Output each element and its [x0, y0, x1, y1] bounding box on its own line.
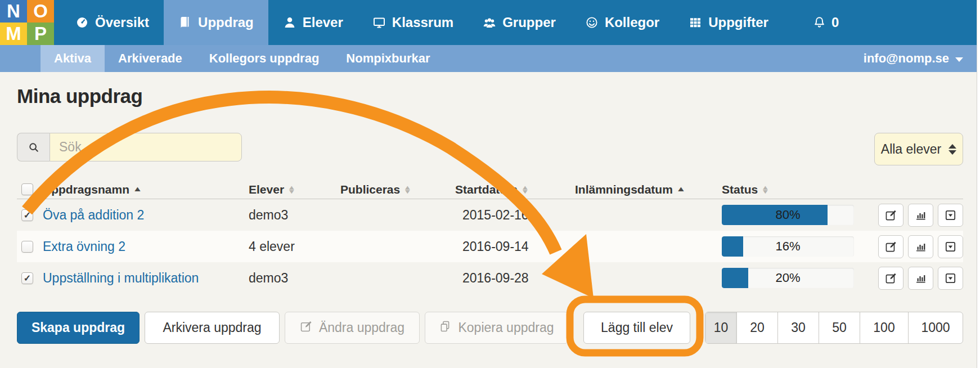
assignment-link[interactable]: Öva på addition 2	[43, 208, 144, 222]
add-student-button[interactable]: Lägg till elev	[583, 312, 690, 344]
student-filter-select[interactable]: Alla elever	[874, 133, 963, 165]
pencil-square-icon	[300, 320, 312, 336]
row-checkbox[interactable]: ✓	[21, 272, 33, 284]
progress-bar: 80%	[722, 205, 854, 225]
row-checkbox[interactable]	[21, 241, 33, 253]
edit-assignment-button[interactable]	[878, 235, 903, 258]
page-size-1000[interactable]: 1000	[909, 312, 963, 343]
select-arrows-icon	[948, 144, 956, 155]
column-header-elever[interactable]: Elever▼▲	[249, 183, 340, 196]
edit-assignment-button[interactable]	[878, 204, 903, 227]
gauge-icon	[75, 16, 89, 29]
sort-icon: ▼▲	[762, 186, 768, 194]
sub-navbar: Aktiva Arkiverade Kollegors uppdrag Nomp…	[0, 45, 980, 72]
start-date-cell: 2015-02-16	[455, 208, 575, 223]
progress-bar: 20%	[722, 268, 854, 288]
column-header-inlamningsdatum[interactable]: Inlämningsdatum▲	[575, 183, 722, 196]
nav-item-elever[interactable]: Elever	[268, 0, 358, 45]
search-input[interactable]	[50, 133, 242, 161]
person-icon	[283, 16, 296, 29]
assignment-link[interactable]: Uppställning i multiplikation	[43, 271, 199, 285]
students-cell: 4 elever	[249, 239, 340, 254]
column-header-uppdragsnamn[interactable]: Uppdragsnamn▲	[43, 183, 249, 196]
nav-item-kollegor[interactable]: Kollegor	[570, 0, 674, 45]
subnav-item-nompixburkar[interactable]: Nompixburkar	[332, 45, 443, 72]
subnav-item-aktiva[interactable]: Aktiva	[41, 45, 105, 72]
column-header-status[interactable]: Status▼▲	[722, 183, 868, 196]
copy-assignment-button-disabled[interactable]: Kopiera uppdrag	[425, 312, 568, 344]
notifications-button[interactable]: 0	[798, 0, 853, 45]
archive-assignment-button[interactable]: Arkivera uppdrag	[145, 312, 280, 344]
page-size-30[interactable]: 30	[778, 312, 819, 343]
bottom-action-bar: Skapa uppdrag Arkivera uppdrag Ändra upp…	[17, 312, 963, 344]
start-date-cell: 2016-09-28	[455, 271, 575, 286]
sort-icon: ▼▲	[404, 186, 411, 194]
sort-icon: ▼▲	[522, 186, 528, 194]
logo-letter-n: N	[0, 0, 27, 23]
subnav-item-arkiverade[interactable]: Arkiverade	[105, 45, 196, 72]
page-size-20[interactable]: 20	[737, 312, 778, 343]
page-size-selector: 10 20 30 50 100 1000	[705, 312, 963, 344]
statistics-button[interactable]	[908, 267, 933, 290]
page-size-100[interactable]: 100	[860, 312, 909, 343]
grid-icon	[689, 16, 702, 29]
search-icon[interactable]	[17, 133, 50, 161]
subnav-item-kollegors-uppdrag[interactable]: Kollegors uppdrag	[196, 45, 333, 72]
book-icon	[178, 16, 192, 29]
progress-bar: 16%	[722, 236, 854, 257]
bar-chart-icon	[915, 272, 927, 284]
notification-count: 0	[831, 15, 839, 30]
window-edge	[977, 0, 980, 368]
table-header: Uppdragsnamn▲ Elever▼▲ Publiceras▼▲ Star…	[17, 180, 963, 199]
top-navbar: N O M P Översikt Uppdrag Elever Klassrum…	[0, 0, 980, 45]
students-cell: demo3	[249, 208, 340, 223]
pencil-square-icon	[885, 241, 897, 253]
caret-square-down-icon	[945, 241, 956, 253]
sort-icon: ▼▲	[289, 186, 295, 194]
logo-letter-p: P	[27, 23, 54, 45]
sort-icon: ▲	[134, 187, 141, 191]
row-checkbox[interactable]: ✓	[21, 209, 33, 221]
assignment-link[interactable]: Extra övning 2	[43, 239, 125, 254]
more-actions-button[interactable]	[938, 235, 963, 258]
bar-chart-icon	[915, 209, 927, 221]
more-actions-button[interactable]	[938, 267, 963, 290]
monitor-icon	[372, 16, 386, 29]
select-all-checkbox[interactable]	[21, 183, 33, 195]
bell-icon	[812, 16, 826, 30]
users-icon	[483, 16, 496, 29]
page-size-10[interactable]: 10	[705, 312, 737, 343]
logo-letter-m: M	[0, 23, 27, 45]
column-header-publiceras[interactable]: Publiceras▼▲	[340, 183, 455, 196]
nav-item-oversikt[interactable]: Översikt	[61, 0, 164, 45]
assignments-table: Uppdragsnamn▲ Elever▼▲ Publiceras▼▲ Star…	[17, 180, 963, 294]
start-date-cell: 2016-09-14	[455, 239, 575, 254]
caret-square-down-icon	[945, 209, 956, 221]
statistics-button[interactable]	[908, 204, 933, 227]
smiley-icon	[585, 16, 599, 29]
column-header-startdatum[interactable]: Startdatum▼▲	[455, 183, 575, 196]
account-menu[interactable]: info@nomp.se	[864, 45, 963, 72]
edit-assignment-button-disabled[interactable]: Ändra uppdrag	[285, 312, 420, 344]
page-title: Mina uppdrag	[17, 84, 963, 108]
nav-item-uppgifter[interactable]: Uppgifter	[674, 0, 783, 45]
table-row: ✓ Uppställning i multiplikation demo3 20…	[17, 262, 963, 294]
copy-icon	[439, 320, 451, 336]
nav-item-uppdrag[interactable]: Uppdrag	[164, 0, 268, 45]
caret-square-down-icon	[945, 272, 956, 284]
table-row: Extra övning 2 4 elever 2016-09-14 16%	[17, 231, 963, 262]
pencil-square-icon	[885, 209, 897, 221]
main-content: Mina uppdrag Alla elever Uppdragsnamn▲ E…	[0, 84, 980, 344]
edit-assignment-button[interactable]	[878, 267, 903, 290]
create-assignment-button[interactable]: Skapa uppdrag	[17, 312, 140, 344]
table-row: ✓ Öva på addition 2 demo3 2015-02-16 80%	[17, 199, 963, 231]
nav-item-grupper[interactable]: Grupper	[468, 0, 570, 45]
statistics-button[interactable]	[908, 235, 933, 258]
bar-chart-icon	[915, 241, 927, 253]
more-actions-button[interactable]	[938, 204, 963, 227]
toolbar: Alla elever	[17, 133, 963, 165]
page-size-50[interactable]: 50	[819, 312, 860, 343]
nomp-logo[interactable]: N O M P	[0, 0, 54, 45]
pencil-square-icon	[885, 272, 897, 284]
nav-item-klassrum[interactable]: Klassrum	[358, 0, 468, 45]
